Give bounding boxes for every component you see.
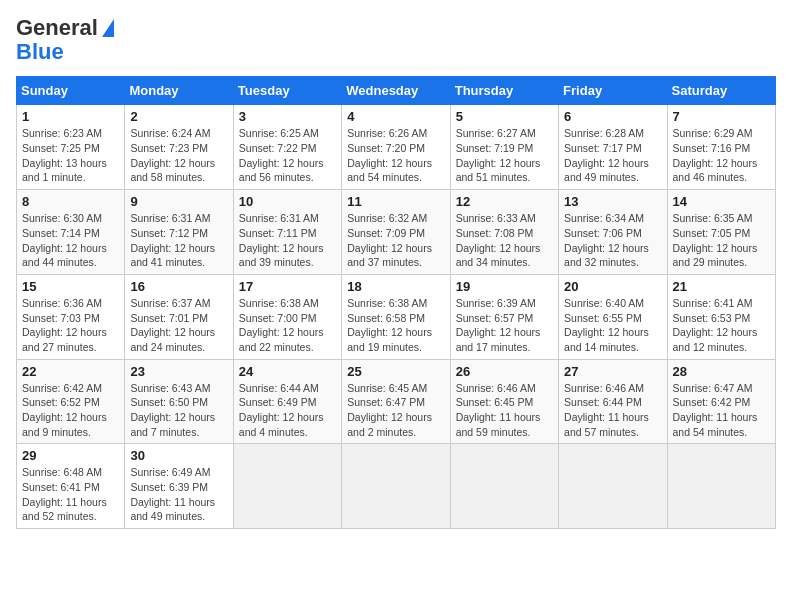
calendar-cell [342, 444, 450, 529]
weekday-header-monday: Monday [125, 77, 233, 105]
day-number: 30 [130, 448, 227, 463]
day-number: 1 [22, 109, 119, 124]
calendar-week-row: 1Sunrise: 6:23 AM Sunset: 7:25 PM Daylig… [17, 105, 776, 190]
day-number: 16 [130, 279, 227, 294]
calendar-cell: 4Sunrise: 6:26 AM Sunset: 7:20 PM Daylig… [342, 105, 450, 190]
day-info: Sunrise: 6:24 AM Sunset: 7:23 PM Dayligh… [130, 126, 227, 185]
logo-arrow-icon [102, 19, 114, 37]
day-info: Sunrise: 6:34 AM Sunset: 7:06 PM Dayligh… [564, 211, 661, 270]
calendar-cell: 30Sunrise: 6:49 AM Sunset: 6:39 PM Dayli… [125, 444, 233, 529]
day-number: 13 [564, 194, 661, 209]
day-info: Sunrise: 6:35 AM Sunset: 7:05 PM Dayligh… [673, 211, 770, 270]
day-number: 21 [673, 279, 770, 294]
calendar-week-row: 29Sunrise: 6:48 AM Sunset: 6:41 PM Dayli… [17, 444, 776, 529]
day-info: Sunrise: 6:47 AM Sunset: 6:42 PM Dayligh… [673, 381, 770, 440]
calendar-cell: 23Sunrise: 6:43 AM Sunset: 6:50 PM Dayli… [125, 359, 233, 444]
day-number: 18 [347, 279, 444, 294]
day-number: 12 [456, 194, 553, 209]
weekday-header-wednesday: Wednesday [342, 77, 450, 105]
calendar-cell: 5Sunrise: 6:27 AM Sunset: 7:19 PM Daylig… [450, 105, 558, 190]
day-number: 24 [239, 364, 336, 379]
calendar-cell: 3Sunrise: 6:25 AM Sunset: 7:22 PM Daylig… [233, 105, 341, 190]
logo: General Blue [16, 16, 114, 64]
calendar-week-row: 15Sunrise: 6:36 AM Sunset: 7:03 PM Dayli… [17, 274, 776, 359]
calendar-cell: 19Sunrise: 6:39 AM Sunset: 6:57 PM Dayli… [450, 274, 558, 359]
calendar-cell: 1Sunrise: 6:23 AM Sunset: 7:25 PM Daylig… [17, 105, 125, 190]
calendar-cell: 13Sunrise: 6:34 AM Sunset: 7:06 PM Dayli… [559, 190, 667, 275]
calendar-table: SundayMondayTuesdayWednesdayThursdayFrid… [16, 76, 776, 529]
day-info: Sunrise: 6:43 AM Sunset: 6:50 PM Dayligh… [130, 381, 227, 440]
day-number: 11 [347, 194, 444, 209]
calendar-cell: 16Sunrise: 6:37 AM Sunset: 7:01 PM Dayli… [125, 274, 233, 359]
day-info: Sunrise: 6:44 AM Sunset: 6:49 PM Dayligh… [239, 381, 336, 440]
day-info: Sunrise: 6:27 AM Sunset: 7:19 PM Dayligh… [456, 126, 553, 185]
calendar-week-row: 8Sunrise: 6:30 AM Sunset: 7:14 PM Daylig… [17, 190, 776, 275]
calendar-cell: 24Sunrise: 6:44 AM Sunset: 6:49 PM Dayli… [233, 359, 341, 444]
calendar-cell: 18Sunrise: 6:38 AM Sunset: 6:58 PM Dayli… [342, 274, 450, 359]
calendar-cell: 25Sunrise: 6:45 AM Sunset: 6:47 PM Dayli… [342, 359, 450, 444]
weekday-header-tuesday: Tuesday [233, 77, 341, 105]
day-info: Sunrise: 6:46 AM Sunset: 6:45 PM Dayligh… [456, 381, 553, 440]
day-number: 10 [239, 194, 336, 209]
day-number: 17 [239, 279, 336, 294]
day-number: 20 [564, 279, 661, 294]
calendar-cell: 8Sunrise: 6:30 AM Sunset: 7:14 PM Daylig… [17, 190, 125, 275]
calendar-cell: 27Sunrise: 6:46 AM Sunset: 6:44 PM Dayli… [559, 359, 667, 444]
day-info: Sunrise: 6:28 AM Sunset: 7:17 PM Dayligh… [564, 126, 661, 185]
day-info: Sunrise: 6:23 AM Sunset: 7:25 PM Dayligh… [22, 126, 119, 185]
calendar-cell: 2Sunrise: 6:24 AM Sunset: 7:23 PM Daylig… [125, 105, 233, 190]
day-info: Sunrise: 6:39 AM Sunset: 6:57 PM Dayligh… [456, 296, 553, 355]
calendar-cell [559, 444, 667, 529]
calendar-header-row: SundayMondayTuesdayWednesdayThursdayFrid… [17, 77, 776, 105]
day-number: 15 [22, 279, 119, 294]
day-number: 8 [22, 194, 119, 209]
day-info: Sunrise: 6:33 AM Sunset: 7:08 PM Dayligh… [456, 211, 553, 270]
day-number: 9 [130, 194, 227, 209]
day-info: Sunrise: 6:38 AM Sunset: 7:00 PM Dayligh… [239, 296, 336, 355]
logo-text-general: General [16, 16, 98, 40]
day-number: 22 [22, 364, 119, 379]
day-number: 4 [347, 109, 444, 124]
day-number: 6 [564, 109, 661, 124]
day-number: 2 [130, 109, 227, 124]
weekday-header-friday: Friday [559, 77, 667, 105]
day-number: 28 [673, 364, 770, 379]
calendar-cell: 22Sunrise: 6:42 AM Sunset: 6:52 PM Dayli… [17, 359, 125, 444]
day-info: Sunrise: 6:45 AM Sunset: 6:47 PM Dayligh… [347, 381, 444, 440]
calendar-cell: 9Sunrise: 6:31 AM Sunset: 7:12 PM Daylig… [125, 190, 233, 275]
day-info: Sunrise: 6:40 AM Sunset: 6:55 PM Dayligh… [564, 296, 661, 355]
calendar-cell: 28Sunrise: 6:47 AM Sunset: 6:42 PM Dayli… [667, 359, 775, 444]
calendar-week-row: 22Sunrise: 6:42 AM Sunset: 6:52 PM Dayli… [17, 359, 776, 444]
day-number: 29 [22, 448, 119, 463]
day-info: Sunrise: 6:31 AM Sunset: 7:12 PM Dayligh… [130, 211, 227, 270]
calendar-cell: 17Sunrise: 6:38 AM Sunset: 7:00 PM Dayli… [233, 274, 341, 359]
day-number: 27 [564, 364, 661, 379]
day-number: 5 [456, 109, 553, 124]
page-header: General Blue [16, 16, 776, 64]
day-number: 7 [673, 109, 770, 124]
day-info: Sunrise: 6:46 AM Sunset: 6:44 PM Dayligh… [564, 381, 661, 440]
calendar-cell: 29Sunrise: 6:48 AM Sunset: 6:41 PM Dayli… [17, 444, 125, 529]
logo-text-blue: Blue [16, 40, 64, 64]
day-number: 14 [673, 194, 770, 209]
day-number: 23 [130, 364, 227, 379]
weekday-header-saturday: Saturday [667, 77, 775, 105]
calendar-cell [450, 444, 558, 529]
day-info: Sunrise: 6:36 AM Sunset: 7:03 PM Dayligh… [22, 296, 119, 355]
day-info: Sunrise: 6:32 AM Sunset: 7:09 PM Dayligh… [347, 211, 444, 270]
calendar-cell: 10Sunrise: 6:31 AM Sunset: 7:11 PM Dayli… [233, 190, 341, 275]
calendar-cell [667, 444, 775, 529]
day-info: Sunrise: 6:48 AM Sunset: 6:41 PM Dayligh… [22, 465, 119, 524]
calendar-cell: 6Sunrise: 6:28 AM Sunset: 7:17 PM Daylig… [559, 105, 667, 190]
day-info: Sunrise: 6:41 AM Sunset: 6:53 PM Dayligh… [673, 296, 770, 355]
day-info: Sunrise: 6:26 AM Sunset: 7:20 PM Dayligh… [347, 126, 444, 185]
day-info: Sunrise: 6:38 AM Sunset: 6:58 PM Dayligh… [347, 296, 444, 355]
calendar-cell: 21Sunrise: 6:41 AM Sunset: 6:53 PM Dayli… [667, 274, 775, 359]
calendar-cell: 14Sunrise: 6:35 AM Sunset: 7:05 PM Dayli… [667, 190, 775, 275]
day-info: Sunrise: 6:29 AM Sunset: 7:16 PM Dayligh… [673, 126, 770, 185]
day-info: Sunrise: 6:42 AM Sunset: 6:52 PM Dayligh… [22, 381, 119, 440]
calendar-cell [233, 444, 341, 529]
day-number: 3 [239, 109, 336, 124]
day-number: 19 [456, 279, 553, 294]
weekday-header-sunday: Sunday [17, 77, 125, 105]
